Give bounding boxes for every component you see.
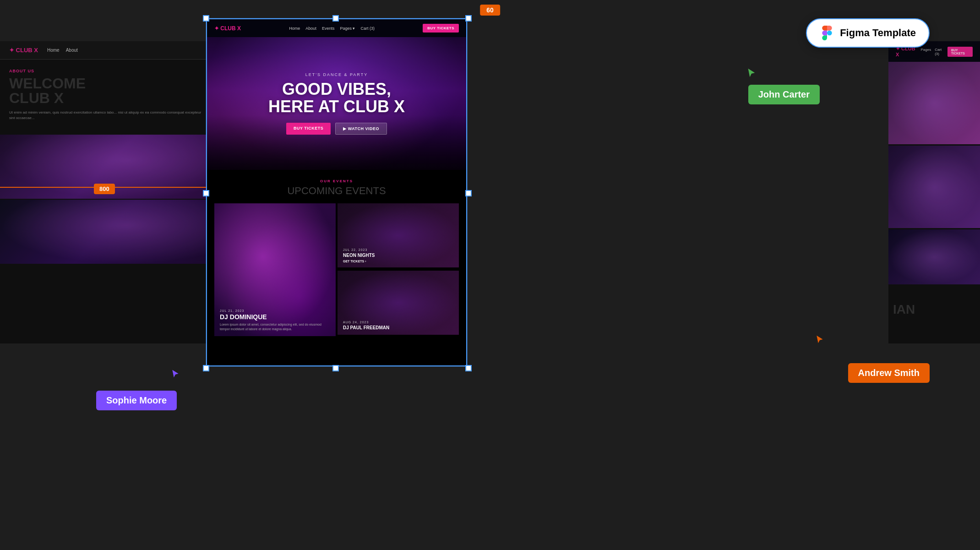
john-carter-cursor	[746, 68, 756, 77]
selection-handle-bottom-middle[interactable]	[332, 365, 339, 371]
frame-logo: ✦ CLUB X	[214, 25, 241, 32]
right-preview-text: IAN	[893, 303, 975, 316]
right-nav-pages: Pages	[920, 48, 931, 56]
sophie-moore-badge: Sophie Moore	[96, 391, 177, 410]
event-freedman-date: AUG 24, 2023	[343, 321, 453, 324]
figma-icon	[820, 26, 834, 40]
frame-nav-pages: Pages ▾	[340, 26, 355, 31]
event-neon-tickets[interactable]: GET TICKETS ›	[343, 260, 453, 263]
frame-events-section: OUR EVENTS UPCOMING EVENTS JUL 21, 2023 …	[207, 170, 466, 341]
left-about-label: ABOUT US	[9, 69, 201, 73]
frame-hero-section: LET'S DANCE & PARTY GOOD VIBES, HERE AT …	[207, 37, 466, 170]
right-preview-img-2	[888, 146, 980, 228]
event-dominique-name: DJ DOMINIQUE	[220, 314, 330, 321]
andrew-smith-badge: Andrew Smith	[848, 363, 930, 383]
event-dominique-desc: Lorem ipsum dolor sit amet, consectetur …	[220, 322, 330, 332]
hero-subtitle: LET'S DANCE & PARTY	[305, 72, 368, 77]
hero-title: GOOD VIBES, HERE AT CLUB X	[268, 81, 405, 115]
event-card-neon[interactable]: JUL 22, 2023 NEON NIGHTS GET TICKETS ›	[338, 203, 459, 267]
events-label: OUR EVENTS	[214, 179, 459, 183]
selection-handle-middle-right[interactable]	[465, 190, 472, 196]
hero-title-line1: GOOD VIBES,	[268, 81, 405, 98]
event-card-dominique[interactable]: JUL 21, 2023 DJ DOMINIQUE Lorem ipsum do…	[214, 203, 336, 336]
hero-watch-button[interactable]: ▶ WATCH VIDEO	[335, 123, 387, 135]
left-nav-bar: ✦ CLUB X Home About	[0, 41, 211, 60]
frame-nav-home: Home	[289, 26, 300, 31]
selection-handle-bottom-left[interactable]	[203, 365, 209, 371]
events-title-bold: UPCOMING	[287, 185, 343, 196]
selection-handle-bottom-right[interactable]	[465, 365, 472, 371]
frame-nav-about: About	[305, 26, 316, 31]
selection-handle-top-right[interactable]	[465, 15, 472, 22]
frame-nav-cart: Cart (3)	[360, 26, 375, 31]
hero-title-line2: HERE AT CLUB X	[268, 98, 405, 115]
size-badge: 60	[480, 5, 500, 16]
frame-navbar: ✦ CLUB X Home About Events Pages ▾ Cart …	[207, 19, 466, 37]
left-logo: ✦ CLUB X	[9, 47, 38, 54]
frame-nav-events: Events	[322, 26, 335, 31]
figma-template-badge[interactable]: Figma Template	[806, 18, 930, 48]
events-title-light: EVENTS	[346, 185, 386, 196]
right-preview-img-3	[888, 229, 980, 284]
selection-handle-top-middle[interactable]	[332, 15, 339, 22]
left-dj-image	[0, 200, 211, 264]
sophie-moore-cursor	[171, 369, 180, 378]
left-images-section	[0, 135, 211, 264]
events-grid: JUL 21, 2023 DJ DOMINIQUE Lorem ipsum do…	[214, 203, 459, 336]
john-carter-badge: John Carter	[748, 85, 820, 104]
selection-handle-middle-left[interactable]	[203, 190, 209, 196]
left-nav-about: About	[66, 48, 78, 53]
left-nav-home: Home	[47, 48, 60, 53]
event-dominique-date: JUL 21, 2023	[220, 309, 330, 312]
event-freedman-info: AUG 24, 2023 DJ PAUL FREEDMAN	[343, 321, 453, 330]
selection-handle-top-left[interactable]	[203, 15, 209, 22]
events-header: OUR EVENTS UPCOMING EVENTS	[214, 179, 459, 197]
left-nav-links: Home About	[47, 48, 78, 53]
right-nav-links: Pages Cart (3)	[920, 48, 943, 56]
event-dominique-info: JUL 21, 2023 DJ DOMINIQUE Lorem ipsum do…	[220, 309, 330, 332]
hero-buy-button[interactable]: BUY TICKETS	[286, 123, 331, 135]
event-neon-info: JUL 22, 2023 NEON NIGHTS GET TICKETS ›	[343, 248, 453, 263]
left-welcome-title: WELCOME CLUB X	[9, 76, 201, 105]
figma-badge-label: Figma Template	[840, 27, 916, 39]
right-preview-img-1	[888, 62, 980, 144]
frame-nav-links: Home About Events Pages ▾ Cart (3)	[289, 26, 375, 31]
hero-buttons: BUY TICKETS ▶ WATCH VIDEO	[286, 123, 387, 135]
event-card-freedman[interactable]: AUG 24, 2023 DJ PAUL FREEDMAN	[338, 271, 459, 335]
right-preview-panel: ✦ CLUB X Pages Cart (3) BUY TICKETS IAN	[888, 41, 980, 343]
events-title: UPCOMING EVENTS	[214, 185, 459, 197]
left-welcome-line1: WELCOME	[9, 76, 201, 91]
left-about-text: Ut enim ad minim veniam, quis nostrud ex…	[9, 110, 201, 121]
andrew-smith-cursor	[815, 335, 824, 344]
right-buy-btn: BUY TICKETS	[947, 47, 973, 57]
event-freedman-name: DJ PAUL FREEDMAN	[343, 325, 453, 330]
event-neon-name: NEON NIGHTS	[343, 253, 453, 258]
left-about-section: ABOUT US WELCOME CLUB X Ut enim ad minim…	[0, 60, 211, 130]
event-neon-date: JUL 22, 2023	[343, 248, 453, 251]
frame-buy-button[interactable]: BUY TICKETS	[423, 24, 459, 33]
left-welcome-line2: CLUB X	[9, 91, 201, 105]
width-badge: 800	[94, 184, 115, 194]
main-website-frame[interactable]: ✦ CLUB X Home About Events Pages ▾ Cart …	[206, 18, 467, 366]
right-nav-cart: Cart (3)	[935, 48, 943, 56]
